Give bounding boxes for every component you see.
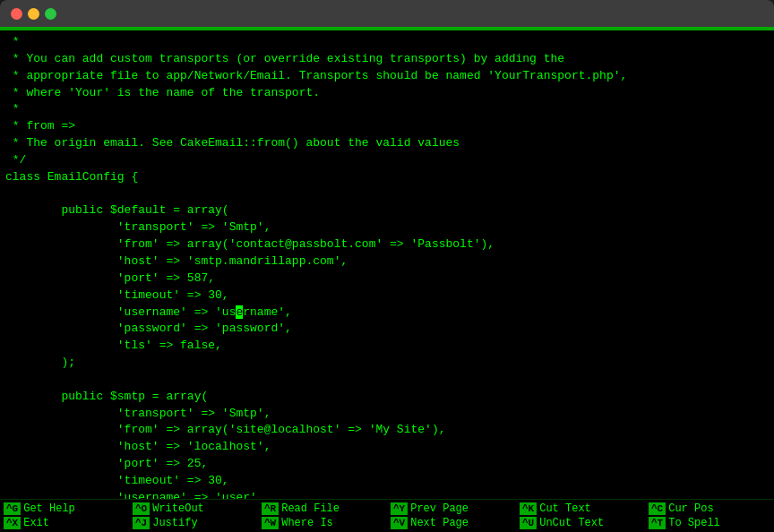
toolbar-item[interactable]: ^TTo Spell (645, 516, 774, 530)
maximize-button[interactable] (45, 8, 56, 20)
toolbar-item[interactable]: ^KCut Text (516, 502, 645, 516)
toolbar-key: ^C (649, 502, 666, 515)
toolbar-label: Cut Text (539, 502, 591, 515)
toolbar-key: ^V (391, 517, 408, 529)
toolbar-key: ^X (4, 517, 21, 529)
close-button[interactable] (11, 8, 22, 20)
toolbar-key: ^R (262, 502, 279, 515)
toolbar-item[interactable]: ^UUnCut Text (516, 516, 645, 530)
toolbar-key: ^U (520, 517, 537, 529)
toolbar-label: Where Is (281, 517, 333, 529)
toolbar-key: ^K (520, 502, 537, 515)
toolbar-bottom: ^GGet Help^OWriteOut^RRead File^YPrev Pa… (0, 499, 774, 532)
toolbar-label: UnCut Text (539, 517, 604, 529)
toolbar-key: ^O (133, 502, 150, 515)
toolbar-label: Justify (152, 517, 197, 529)
toolbar-item[interactable]: ^GGet Help (0, 502, 129, 516)
toolbar-item[interactable]: ^YPrev Page (387, 502, 516, 516)
toolbar-key: ^Y (391, 502, 408, 515)
editor-content[interactable]: * * You can add custom transports (or ov… (0, 30, 774, 499)
toolbar-label: Prev Page (410, 502, 469, 515)
toolbar-key: ^T (649, 517, 666, 529)
toolbar-item[interactable]: ^XExit (0, 516, 129, 530)
toolbar-item[interactable]: ^OWriteOut (129, 502, 258, 516)
editor-container: * * You can add custom transports (or ov… (0, 27, 774, 532)
toolbar-item[interactable]: ^VNext Page (387, 516, 516, 530)
minimize-button[interactable] (28, 8, 39, 20)
toolbar-item[interactable]: ^JJustify (129, 516, 258, 530)
toolbar-item[interactable]: ^WWhere Is (258, 516, 387, 530)
toolbar-item[interactable]: ^RRead File (258, 502, 387, 516)
toolbar-label: To Spell (668, 517, 720, 529)
toolbar-item[interactable]: ^CCur Pos (645, 502, 774, 516)
toolbar-label: WriteOut (152, 502, 204, 515)
window-titlebar (0, 0, 774, 27)
toolbar-key: ^G (4, 502, 21, 515)
toolbar-key: ^J (133, 517, 150, 529)
toolbar-label: Read File (281, 502, 340, 515)
toolbar-label: Exit (23, 517, 49, 529)
toolbar-label: Get Help (23, 502, 75, 515)
toolbar-label: Next Page (410, 517, 469, 529)
toolbar-key: ^W (262, 517, 279, 529)
toolbar-label: Cur Pos (668, 502, 713, 515)
window-buttons (11, 8, 56, 20)
